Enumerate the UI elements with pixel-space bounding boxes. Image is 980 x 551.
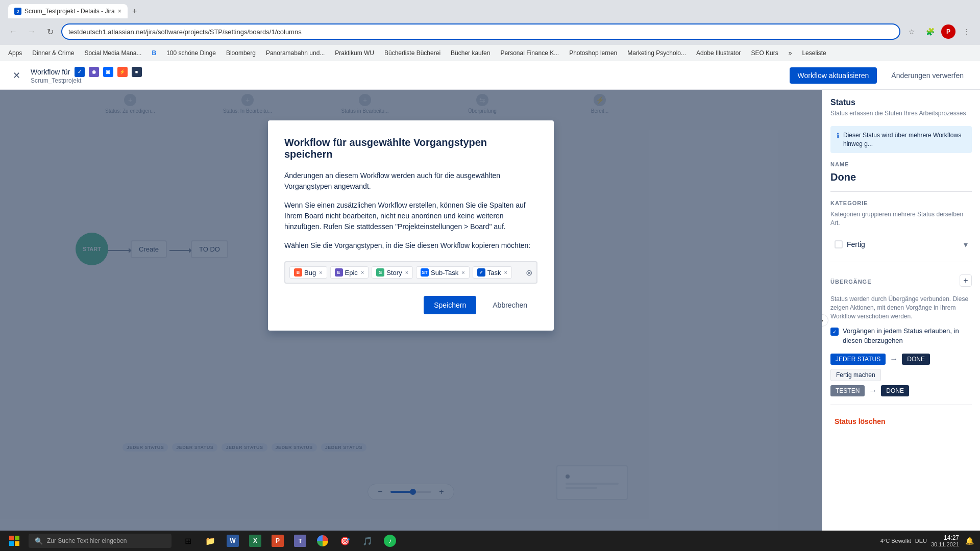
bug-remove-button[interactable]: × [319, 269, 322, 276]
fertig-machen-button[interactable]: Fertig machen [830, 369, 881, 381]
fertig-dropdown-icon[interactable]: ▾ [964, 240, 968, 249]
delete-status-button[interactable]: Status löschen [830, 413, 972, 430]
badge-blue: ✓ [75, 67, 85, 77]
taskbar-app8[interactable]: 🎵 [357, 531, 378, 551]
modal-title: Workflow für ausgewählte Vorgangstypen s… [284, 137, 537, 160]
bookmark-personal[interactable]: Personal Finance K... [496, 47, 563, 59]
url-bar[interactable]: testdeutsch1.atlassian.net/jira/software… [61, 23, 900, 40]
bookmark-bloomberg[interactable]: Bloomberg [222, 47, 260, 59]
bug-label: Bug [304, 269, 316, 277]
bookmark-seo[interactable]: SEO Kurs [747, 47, 782, 59]
bookmark-marketing[interactable]: Marketing Psycholo... [623, 47, 690, 59]
new-tab-button[interactable]: + [128, 4, 142, 18]
project-name: Scrum_Testprojekt [31, 77, 142, 84]
close-button[interactable]: ✕ [8, 67, 24, 84]
active-tab[interactable]: J Scrum_Testprojekt - Details - Jira × [8, 4, 128, 18]
transition-from-1: JEDER STATUS [830, 354, 886, 365]
bookmark-photoshop[interactable]: Photoshop lernen [565, 47, 621, 59]
bookmark-more[interactable]: » [785, 47, 796, 59]
reload-button[interactable]: ↻ [43, 24, 57, 39]
taskbar-search[interactable]: 🔍 Zur Suche Text hier eingeben [29, 534, 172, 548]
bookmark-buecherliste[interactable]: Bücherliste Bücherei [380, 47, 445, 59]
task-remove-button[interactable]: × [504, 269, 507, 276]
main-content: + Status: Zu erledigen... + Status: In B… [0, 90, 980, 551]
taskbar-explorer[interactable]: 📁 [200, 531, 220, 551]
back-button[interactable]: ← [6, 24, 20, 39]
bookmark-adobe[interactable]: Adobe Illustrator [692, 47, 745, 59]
taskbar-app7[interactable]: 🎯 [335, 531, 355, 551]
update-workflow-button[interactable]: Workflow aktualisieren [790, 67, 877, 84]
modal-text-3: Wählen Sie die Vorgangstypen, in die Sie… [284, 240, 537, 251]
profile-icon[interactable]: P [941, 24, 955, 39]
svg-rect-3 [15, 541, 19, 546]
jeder-status-checkbox-row: ✓ Vorgängen in jedem Status erlauben, in… [830, 327, 972, 345]
taskbar-task-view[interactable]: ⊞ [178, 531, 198, 551]
bookmark-100[interactable]: 100 schöne Dinge [162, 47, 220, 59]
taskbar: 🔍 Zur Suche Text hier eingeben ⊞ 📁 W X P… [0, 531, 980, 551]
issue-tag-story[interactable]: S Story × [372, 266, 413, 279]
bookmark-social[interactable]: Social Media Mana... [80, 47, 145, 59]
workflow-canvas: + Status: Zu erledigen... + Status: In B… [0, 90, 822, 551]
language-indicator: DEU [915, 538, 927, 544]
subtask-remove-button[interactable]: × [461, 269, 464, 276]
issue-tag-subtask[interactable]: ST Sub-Task × [416, 266, 470, 279]
modal-text-2: Wenn Sie einen zusätzlichen Workflow ers… [284, 200, 537, 232]
bookmark-praktikum[interactable]: Praktikum WU [331, 47, 378, 59]
header-actions: Workflow aktualisieren Änderungen verwer… [790, 67, 972, 84]
fertig-option[interactable]: Fertig ▾ [830, 236, 972, 254]
divider-1 [830, 191, 972, 192]
transition-from-2: TESTEN [830, 385, 865, 396]
tab-close-button[interactable]: × [118, 8, 121, 15]
tab-bar: J Scrum_Testprojekt - Details - Jira × + [0, 0, 980, 18]
bookmark-apps[interactable]: Apps [4, 47, 26, 59]
fertig-checkbox[interactable] [835, 240, 843, 248]
bookmark-panorama[interactable]: Panoramabahn und... [262, 47, 329, 59]
taskbar-chrome[interactable] [312, 531, 333, 551]
sidebar-toggle[interactable]: › [822, 314, 828, 327]
bookmark-leseliste[interactable]: Leseliste [798, 47, 830, 59]
weather-text: 4°C Bewölkt [880, 538, 911, 544]
app-header: ✕ Workflow für ✓ ◉ ▣ ⚡ ■ Scrum_Testproje… [0, 61, 980, 90]
date-display: 30.11.2021 [931, 541, 959, 547]
transition-to-1: DONE [902, 354, 930, 365]
story-label: Story [386, 269, 402, 277]
extensions-icon[interactable]: 🧩 [923, 24, 937, 39]
taskbar-powerpoint[interactable]: P [267, 531, 288, 551]
bookmark-buecher[interactable]: Bücher kaufen [447, 47, 494, 59]
save-button[interactable]: Speichern [424, 296, 476, 314]
windows-start-button[interactable] [4, 531, 24, 551]
forward-button[interactable]: → [24, 24, 39, 39]
app-container: ✕ Workflow für ✓ ◉ ▣ ⚡ ■ Scrum_Testproje… [0, 61, 980, 551]
menu-icon[interactable]: ⋮ [960, 24, 974, 39]
discard-changes-button[interactable]: Änderungen verwerfen [883, 67, 972, 84]
bookmark-b[interactable]: B [148, 47, 160, 59]
issue-types-container[interactable]: B Bug × E Epic × S Story [284, 261, 537, 284]
taskbar-excel[interactable]: X [245, 531, 265, 551]
allow-checkbox[interactable]: ✓ [830, 328, 839, 336]
taskbar-word[interactable]: W [223, 531, 243, 551]
weather-widget: 4°C Bewölkt [880, 538, 911, 544]
modal-actions: Speichern Abbrechen [284, 296, 537, 314]
notification-icon[interactable]: 🔔 [963, 537, 976, 545]
story-icon: S [376, 268, 384, 277]
cancel-button[interactable]: Abbrechen [482, 296, 537, 314]
taskbar-spotify[interactable]: ♪ [380, 531, 400, 551]
issue-tag-bug[interactable]: B Bug × [289, 266, 327, 279]
kategorie-desc: Kategorien gruppieren mehrere Status der… [830, 210, 972, 228]
taskbar-teams[interactable]: T [290, 531, 310, 551]
transitions-desc: Status werden durch Übergänge verbunden.… [830, 295, 972, 320]
fertig-label: Fertig [847, 240, 865, 248]
sidebar-status-desc: Status erfassen die Stufen Ihres Arbeits… [830, 109, 972, 118]
story-remove-button[interactable]: × [405, 269, 408, 276]
bookmark-dinner[interactable]: Dinner & Crime [28, 47, 78, 59]
transition-row-2: TESTEN → DONE [830, 385, 972, 396]
bookmark-star-icon[interactable]: ☆ [904, 24, 919, 39]
clear-all-button[interactable]: ⊗ [526, 268, 532, 278]
badge-orange: ⚡ [117, 67, 128, 77]
url-text: testdeutsch1.atlassian.net/jira/software… [68, 28, 302, 36]
task-label: Task [487, 269, 501, 277]
epic-remove-button[interactable]: × [361, 269, 364, 276]
add-transition-button[interactable]: + [960, 274, 972, 287]
issue-tag-task[interactable]: ✓ Task × [473, 266, 512, 279]
issue-tag-epic[interactable]: E Epic × [330, 266, 369, 279]
